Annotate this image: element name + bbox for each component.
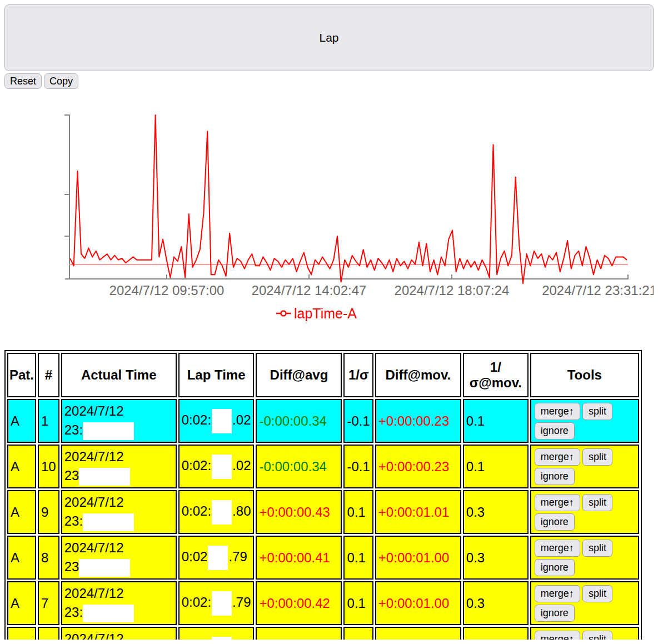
lap-number-cell: 1	[38, 399, 59, 443]
lap-time-cell: 0:02:.02	[178, 445, 255, 488]
diff-mov-cell: +0:00:01.00	[375, 581, 461, 625]
inv-sigma-mov-cell: 0.1	[463, 399, 529, 443]
diff-avg-cell: +0:00:00.42	[256, 581, 342, 625]
ignore-button[interactable]: ignore	[535, 468, 575, 485]
split-button[interactable]: split	[582, 540, 612, 557]
tools-cell: merge↑splitignore	[530, 399, 639, 443]
actual-time-date: 2024/7/12	[64, 538, 173, 557]
legend-marker-icon	[281, 311, 286, 316]
tools-cell: merge↑splitignore	[530, 490, 639, 534]
ignore-button[interactable]: ignore	[535, 559, 575, 576]
actual-time-date: 2024/7/12	[64, 630, 173, 640]
lap-time-cell: 0:02:.79	[178, 581, 255, 625]
col-header-inv-sigma-mov: 1/ σ@mov.	[463, 353, 529, 397]
redaction-box	[208, 546, 228, 570]
inv-sigma-mov-cell: 0.3	[463, 536, 529, 580]
actual-time-cell: 2024/7/12 23:	[61, 399, 177, 443]
series-lapTime-A-line	[70, 115, 627, 283]
lap-number-cell: 9	[38, 490, 59, 534]
col-header-lap-time: Lap Time	[178, 353, 255, 397]
lap-time-suffix: .79	[232, 595, 251, 610]
reset-button[interactable]: Reset	[4, 73, 42, 89]
redaction-box	[83, 513, 134, 531]
actual-time-cell: 2024/7/12 23	[61, 445, 177, 488]
x-axis-labels: 2024/7/12 09:57:00 2024/7/12 14:02:47 20…	[109, 283, 654, 298]
table-row: A 8 2024/7/12 23 0:02.79 +0:00:00.41 0.1…	[7, 536, 639, 580]
diff-avg-cell: +0:00:00.43	[256, 490, 342, 534]
pattern-cell: A	[7, 399, 36, 443]
tools-cell: merge↑splitignore	[530, 536, 639, 580]
merge-button[interactable]: merge↑	[535, 585, 580, 602]
x-tick-label: 2024/7/12 18:07:24	[395, 283, 510, 298]
col-header-tools: Tools	[530, 353, 639, 397]
lap-time-suffix: .79	[228, 549, 247, 564]
ignore-button[interactable]: ignore	[535, 605, 575, 622]
merge-button[interactable]: merge↑	[535, 494, 580, 511]
redaction-box	[212, 455, 232, 479]
redaction-box	[83, 422, 134, 440]
actual-time-date: 2024/7/12	[64, 493, 173, 512]
diff-mov-cell: +0:00:01.01	[375, 490, 461, 534]
inv-sigma-cell: -0.1	[343, 445, 373, 488]
ignore-button[interactable]: ignore	[535, 513, 575, 531]
chart-legend[interactable]: lapTime-A	[276, 306, 357, 321]
lap-time-cell: 0:02:.83	[178, 627, 255, 640]
diff-avg-cell: -0:00:00.53	[256, 627, 342, 640]
table-row: A 6 2024/7/12 23 0:02:.83 -0:00:00.53 -0…	[7, 627, 639, 640]
redaction-box	[79, 559, 130, 577]
table-row: A 1 2024/7/12 23: 0:02:.02 -0:00:00.34 -…	[7, 399, 639, 443]
lap-number-cell: 8	[38, 536, 59, 580]
lap-time-prefix: 0:02	[182, 549, 208, 564]
lap-number-cell: 10	[38, 445, 59, 488]
table-row: A 7 2024/7/12 23: 0:02:.79 +0:00:00.42 0…	[7, 581, 639, 625]
merge-button[interactable]: merge↑	[535, 540, 580, 557]
inv-sigma-mov-cell: 0.3	[463, 490, 529, 534]
split-button[interactable]: split	[582, 585, 612, 602]
split-button[interactable]: split	[582, 631, 612, 640]
inv-sigma-cell: -0.1	[343, 627, 373, 640]
col-header-actual-time: Actual Time	[61, 353, 177, 397]
actual-time-cell: 2024/7/12 23	[61, 536, 177, 580]
merge-button[interactable]: merge↑	[535, 403, 580, 420]
diff-mov-cell: +0:00:01.00	[375, 536, 461, 580]
diff-avg-cell: -0:00:00.34	[256, 445, 342, 488]
split-button[interactable]: split	[582, 403, 612, 420]
diff-avg-cell: +0:00:00.41	[256, 536, 342, 580]
lap-time-suffix: .02	[232, 412, 251, 427]
pattern-cell: A	[7, 627, 36, 640]
actual-time-date: 2024/7/12	[64, 402, 173, 421]
split-button[interactable]: split	[582, 448, 612, 466]
redaction-box	[212, 500, 232, 525]
lap-table: Pat. # Actual Time Lap Time Diff@avg 1/σ…	[4, 350, 642, 640]
legend-label: lapTime-A	[294, 306, 357, 321]
header-row: Pat. # Actual Time Lap Time Diff@avg 1/σ…	[7, 353, 639, 397]
split-button[interactable]: split	[582, 494, 612, 511]
diff-mov-cell: +0:00:00.04	[375, 627, 461, 640]
pattern-cell: A	[7, 581, 36, 625]
actual-time-date: 2024/7/12	[64, 584, 173, 603]
diff-mov-cell: +0:00:00.23	[375, 445, 461, 488]
inv-sigma-cell: -0.1	[343, 399, 373, 443]
redaction-box	[212, 637, 232, 640]
diff-mov-cell: +0:00:00.23	[375, 399, 461, 443]
inv-sigma-mov-cell: 0.1	[463, 445, 529, 488]
lap-time-cell: 0:02:.80	[178, 490, 255, 534]
merge-button[interactable]: merge↑	[535, 448, 580, 466]
col-header-inv-sigma: 1/σ	[343, 353, 373, 397]
redaction-box	[212, 591, 232, 616]
x-tick-label: 2024/7/12 14:02:47	[252, 283, 367, 298]
ignore-button[interactable]: ignore	[535, 422, 575, 440]
lap-button[interactable]: Lap	[4, 4, 654, 71]
lap-time-cell: 0:02:.02	[178, 399, 255, 443]
lap-time-suffix: .80	[232, 503, 251, 518]
inv-sigma-cell: 0.1	[343, 581, 373, 625]
copy-button[interactable]: Copy	[44, 73, 78, 89]
merge-button[interactable]: merge↑	[535, 631, 580, 640]
diff-avg-cell: -0:00:00.34	[256, 399, 342, 443]
table-row: A 10 2024/7/12 23 0:02:.02 -0:00:00.34 -…	[7, 445, 639, 488]
col-header-pattern: Pat.	[7, 353, 36, 397]
actual-time-clock: 23:	[64, 513, 83, 528]
tools-cell: merge↑splitignore	[530, 581, 639, 625]
pattern-cell: A	[7, 445, 36, 488]
lap-time-prefix: 0:02:	[182, 595, 211, 610]
